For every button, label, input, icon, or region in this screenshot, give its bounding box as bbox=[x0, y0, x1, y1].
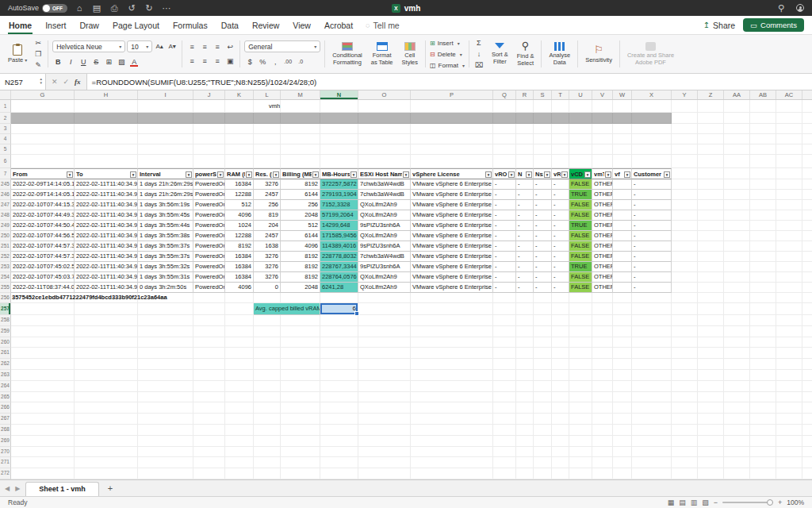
cell-Z263[interactable] bbox=[698, 370, 724, 381]
cell-W262[interactable] bbox=[613, 359, 632, 370]
copy-button[interactable]: ❐ bbox=[33, 48, 44, 60]
cell-G257[interactable] bbox=[11, 303, 75, 315]
cell-J272[interactable] bbox=[193, 468, 225, 479]
cell-M262[interactable] bbox=[281, 359, 320, 370]
cell-V257[interactable] bbox=[592, 303, 613, 315]
cell-J251[interactable]: PoweredOn bbox=[193, 241, 225, 252]
cell-U5[interactable] bbox=[569, 144, 592, 155]
delete-cells-button[interactable]: ⊟Delete▾ bbox=[430, 48, 465, 60]
cell-S260[interactable] bbox=[534, 337, 552, 348]
cell-P267[interactable] bbox=[411, 414, 493, 425]
cell-Q248[interactable]: - bbox=[493, 210, 516, 221]
cell-P265[interactable] bbox=[411, 392, 493, 403]
cell-Z258[interactable] bbox=[698, 315, 724, 326]
cell-R4[interactable] bbox=[516, 134, 534, 144]
filter-button[interactable]: ▾ bbox=[526, 171, 532, 178]
column-header-U[interactable]: U bbox=[569, 90, 592, 99]
cell-AA268[interactable] bbox=[724, 425, 750, 436]
cell-P255[interactable]: VMware vSphere 6 Enterprise Plus bbox=[411, 283, 493, 293]
cell-AC267[interactable] bbox=[776, 414, 802, 425]
cell-Q260[interactable] bbox=[493, 337, 516, 348]
cell-J255[interactable]: PoweredOn bbox=[193, 283, 225, 293]
row-header-266[interactable]: 266 bbox=[0, 402, 11, 414]
cell-M260[interactable] bbox=[281, 337, 320, 348]
cell-N265[interactable] bbox=[320, 392, 358, 403]
cell-I2[interactable] bbox=[138, 113, 193, 124]
row-header-254[interactable]: 254 bbox=[0, 272, 11, 283]
cell-Y264[interactable] bbox=[672, 381, 698, 392]
cell-R262[interactable] bbox=[516, 359, 534, 370]
page-layout-view-icon[interactable]: ▤ bbox=[679, 498, 686, 506]
cell-M272[interactable] bbox=[281, 468, 320, 479]
cell-U272[interactable] bbox=[569, 468, 592, 479]
cell-O268[interactable] bbox=[358, 425, 411, 436]
cell-AA260[interactable] bbox=[724, 337, 750, 348]
cell-AC258[interactable] bbox=[776, 315, 802, 326]
cell-AB256[interactable] bbox=[750, 293, 776, 303]
cell-O250[interactable]: QXoLlfm2Ah9 bbox=[358, 231, 411, 241]
cell-O7[interactable]: ESXi Host Name▾ bbox=[358, 168, 411, 179]
cell-Q266[interactable] bbox=[493, 402, 516, 414]
tab-data[interactable]: Data bbox=[220, 17, 239, 34]
cell-T247[interactable]: - bbox=[552, 200, 569, 210]
cell-J263[interactable] bbox=[193, 370, 225, 381]
cell-L267[interactable] bbox=[254, 414, 281, 425]
fill-color-button[interactable]: ▨ bbox=[116, 56, 127, 67]
cell-O247[interactable]: QXoLlfm2Ah9 bbox=[358, 200, 411, 210]
cell-H250[interactable]: 2022-02-11T11:40:34.98 bbox=[75, 231, 138, 241]
cell-P249[interactable]: VMware vSphere 6 Enterprise Plus bbox=[411, 221, 493, 231]
column-header-Z[interactable]: Z bbox=[698, 90, 724, 99]
cell-AB7[interactable] bbox=[750, 168, 776, 179]
cell-J7[interactable]: powerSta▾ bbox=[193, 168, 225, 179]
cell-AB272[interactable] bbox=[750, 468, 776, 479]
cell-AA269[interactable] bbox=[724, 436, 750, 447]
cell-J254[interactable]: PoweredOn bbox=[193, 272, 225, 283]
decrease-font-button[interactable]: A▾ bbox=[167, 41, 178, 52]
cell-P254[interactable]: VMware vSphere 6 Enterprise Plus bbox=[411, 272, 493, 283]
cell-AA262[interactable] bbox=[724, 359, 750, 370]
cell-V245[interactable]: OTHER bbox=[592, 179, 613, 190]
cell-I3[interactable] bbox=[138, 124, 193, 134]
cell-K245[interactable]: 16384 bbox=[225, 179, 254, 190]
cell-Z251[interactable] bbox=[698, 241, 724, 252]
cell-Z248[interactable] bbox=[698, 210, 724, 221]
cell-W249[interactable] bbox=[613, 221, 632, 231]
cell-T263[interactable] bbox=[552, 370, 569, 381]
cell-P2[interactable] bbox=[411, 113, 493, 124]
cell-G2[interactable] bbox=[11, 113, 75, 124]
column-header-P[interactable]: P bbox=[411, 90, 493, 99]
autosave-switch[interactable]: OFF bbox=[42, 4, 67, 13]
cell-T250[interactable]: - bbox=[552, 231, 569, 241]
cell-Q263[interactable] bbox=[493, 370, 516, 381]
format-painter-button[interactable]: ✎ bbox=[33, 60, 44, 71]
cell-N258[interactable] bbox=[320, 315, 358, 326]
cell-N6[interactable] bbox=[320, 155, 358, 168]
cell-H255[interactable]: 2022-02-11T11:40:34.98 bbox=[75, 283, 138, 293]
cell-AC264[interactable] bbox=[776, 381, 802, 392]
cancel-entry-icon[interactable]: ✕ bbox=[52, 78, 58, 86]
cell-K258[interactable] bbox=[225, 315, 254, 326]
cell-N254[interactable]: 228764,0576 bbox=[320, 272, 358, 283]
cell-AA4[interactable] bbox=[724, 134, 750, 144]
cell-Q7[interactable]: vRO▾ bbox=[493, 168, 516, 179]
cell-K246[interactable]: 12288 bbox=[225, 190, 254, 200]
cell-S257[interactable] bbox=[534, 303, 552, 315]
cell-J252[interactable]: PoweredOn bbox=[193, 252, 225, 262]
cell-P6[interactable] bbox=[411, 155, 493, 168]
cell-H263[interactable] bbox=[75, 370, 138, 381]
cell-W4[interactable] bbox=[613, 134, 632, 144]
cell-J260[interactable] bbox=[193, 337, 225, 348]
cell-Q268[interactable] bbox=[493, 425, 516, 436]
cell-G260[interactable] bbox=[11, 337, 75, 348]
row-header-262[interactable]: 262 bbox=[0, 359, 11, 370]
cell-AB268[interactable] bbox=[750, 425, 776, 436]
cell-AC252[interactable] bbox=[776, 252, 802, 262]
cell-I260[interactable] bbox=[138, 337, 193, 348]
bold-button[interactable]: B bbox=[52, 56, 63, 67]
cell-G3[interactable] bbox=[11, 124, 75, 134]
cell-W248[interactable] bbox=[613, 210, 632, 221]
cell-W253[interactable] bbox=[613, 262, 632, 272]
cell-M268[interactable] bbox=[281, 425, 320, 436]
cell-X270[interactable] bbox=[632, 447, 672, 458]
normal-view-icon[interactable]: ▦ bbox=[668, 498, 675, 506]
